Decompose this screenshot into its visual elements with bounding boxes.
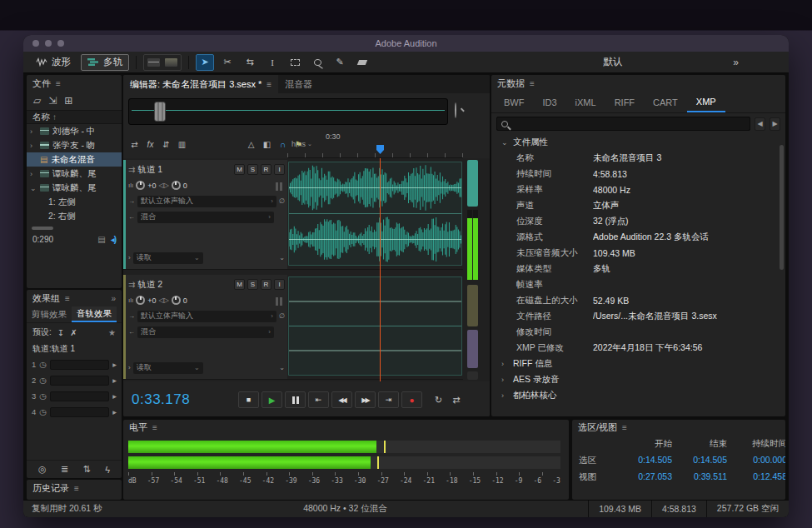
silent-left-channel[interactable]	[289, 277, 461, 326]
pan-knob[interactable]	[172, 181, 181, 190]
metadata-row[interactable]: 文件路径/Users/...未命名混音项目 3.sesx	[491, 308, 785, 324]
file-item[interactable]: › 谭咏麟、尾	[27, 167, 122, 181]
import-file-icon[interactable]: ⇲	[48, 95, 57, 107]
automation-expander-icon[interactable]: ›	[128, 364, 131, 371]
input-selector[interactable]: 默认立体声输入 ›	[137, 196, 276, 207]
solo-button[interactable]: S	[247, 279, 258, 290]
play-button[interactable]: ▶	[262, 391, 282, 408]
metadata-panel-header[interactable]: 元数据 ≡	[491, 75, 785, 92]
scroll-segment-track3[interactable]	[467, 330, 478, 368]
metadata-row[interactable]: 持续时间4:58.813	[491, 166, 785, 182]
fast-forward-button[interactable]: ▶▶	[355, 391, 376, 408]
next-result-button[interactable]: ▶	[770, 117, 780, 131]
waveform-display-icon[interactable]	[147, 58, 160, 67]
slot-well[interactable]	[50, 376, 110, 386]
section-riff[interactable]: › RIFF 信息	[491, 356, 785, 371]
rewind-button[interactable]: ◀◀	[331, 391, 352, 408]
expander-icon[interactable]: ›	[30, 142, 37, 150]
section-aes[interactable]: › AES 录放音	[491, 371, 785, 387]
arm-record-button[interactable]: R	[261, 164, 271, 175]
eraser-tool-button[interactable]	[353, 54, 371, 71]
metadata-row[interactable]: 未压缩音频大小109.43 MB	[491, 245, 785, 261]
tab-clip-effects[interactable]: 剪辑效果	[27, 306, 72, 322]
rack-process-icon[interactable]: ϟ	[105, 465, 110, 475]
panel-menu-icon[interactable]: ≡	[56, 79, 61, 88]
selection-end-value[interactable]: 0:14.505	[672, 455, 727, 466]
scroll-segment-track2[interactable]	[467, 285, 478, 326]
stop-button[interactable]: ■	[238, 391, 259, 408]
search-box[interactable]	[496, 117, 750, 131]
mute-button[interactable]: M	[234, 164, 245, 175]
tab-editor[interactable]: 编辑器: 未命名混音项目 3.sesx * ≡	[123, 75, 278, 93]
effects-panel-header[interactable]: 效果组 ≡ »	[27, 290, 122, 306]
loop-playback-icon[interactable]: ↻	[435, 395, 442, 406]
fx-toggle-icon[interactable]: fx	[142, 137, 158, 152]
metadata-scrollbar[interactable]	[779, 143, 785, 413]
effect-slot[interactable]: 4 ◷ ▸	[27, 404, 122, 420]
silent-right-channel[interactable]	[289, 326, 461, 375]
panel-menu-icon[interactable]: ≡	[622, 423, 627, 432]
volume-knob[interactable]	[136, 296, 145, 305]
files-panel-header[interactable]: 文件 ≡	[27, 75, 122, 92]
file-item[interactable]: › 张学友 - 吻	[27, 138, 122, 152]
open-folder-icon[interactable]: ▱	[33, 95, 41, 107]
slot-power-icon[interactable]: ◷	[39, 376, 46, 385]
slot-power-icon[interactable]: ◷	[39, 407, 46, 416]
metadata-row[interactable]: XMP 已修改2022年4月18日 下午6:34:56	[491, 340, 785, 356]
slot-arrow-icon[interactable]: ▸	[112, 376, 117, 385]
spectral-display-icon[interactable]	[165, 58, 177, 67]
panel-overflow-icon[interactable]: »	[111, 294, 116, 303]
new-item-icon[interactable]: ⊞	[64, 95, 72, 107]
brush-tool-button[interactable]: ✎	[331, 54, 349, 71]
panel-menu-icon[interactable]: ≡	[530, 79, 535, 88]
skip-to-start-button[interactable]: ⇤	[308, 391, 329, 408]
timeline-ruler[interactable]: hms ⌄ 0:30	[287, 130, 463, 158]
slot-power-icon[interactable]: ◷	[39, 391, 46, 401]
no-output-icon[interactable]: ∅	[279, 312, 285, 320]
workspace-more-button[interactable]: »	[733, 57, 739, 68]
panel-menu-icon[interactable]: ≡	[74, 484, 79, 493]
section-dublin-core[interactable]: › 都柏林核心	[491, 387, 785, 403]
metronome-icon[interactable]: △	[243, 137, 259, 152]
audio-clip[interactable]	[288, 162, 462, 266]
tab-id3[interactable]: ID3	[533, 92, 565, 112]
metadata-row[interactable]: 修改时间	[491, 324, 785, 340]
loop-region-icon[interactable]: ⇄	[127, 137, 142, 152]
panel-menu-icon[interactable]: ≡	[267, 80, 271, 89]
slot-well[interactable]	[50, 360, 110, 370]
file-channel-item[interactable]: 1: 左侧	[27, 195, 122, 209]
selection-view-header[interactable]: 选区/视图 ≡	[572, 420, 785, 435]
file-channel-item[interactable]: 2: 右侧	[27, 209, 122, 223]
metadata-doc-icon[interactable]: ▤	[97, 235, 105, 244]
track-name[interactable]: 轨道 1	[137, 164, 162, 176]
meter-grid-icon[interactable]: ▥	[174, 137, 190, 152]
display-toggle-group[interactable]	[143, 54, 182, 71]
monitor-button[interactable]: I	[274, 279, 285, 290]
chevron-down-icon[interactable]: ⌄	[279, 254, 285, 262]
time-display[interactable]: 0:33.178	[132, 391, 203, 408]
record-button[interactable]: ●	[401, 391, 422, 408]
skip-selection-icon[interactable]: ⇄	[452, 395, 460, 406]
waveform-right-channel[interactable]	[289, 214, 461, 265]
level-meter-area[interactable]: dB -57-54-51-48-45-42-39-36-33-30-27-24-…	[128, 441, 560, 485]
move-tool-button[interactable]: ➤	[196, 54, 214, 71]
panel-menu-icon[interactable]: ≡	[152, 423, 157, 432]
rack-reorder-icon[interactable]: ⇅	[83, 464, 91, 475]
track-name[interactable]: 轨道 2	[137, 279, 162, 291]
track-2-header[interactable]: ⇉ 轨道 2 M S R I ılı +0 ◁▷	[123, 275, 287, 380]
selection-start-value[interactable]: 0:14.505	[615, 455, 672, 466]
effect-slot[interactable]: 2 ◷ ▸	[27, 372, 122, 388]
metadata-row[interactable]: 在磁盘上的大小52.49 KB	[491, 292, 785, 308]
automation-mode-selector[interactable]: 读取 ⌄	[133, 252, 203, 264]
delete-preset-icon[interactable]: ✗	[70, 328, 77, 337]
audio-clip[interactable]	[288, 276, 462, 376]
slot-well[interactable]	[50, 391, 110, 401]
tab-cart[interactable]: CART	[644, 92, 687, 112]
solo-button[interactable]: S	[247, 164, 258, 175]
scroll-segment-track1[interactable]	[467, 160, 478, 207]
metadata-row[interactable]: 采样率48000 Hz	[491, 182, 785, 197]
files-horizontal-scrollbar[interactable]	[30, 225, 118, 232]
slot-arrow-icon[interactable]: ▸	[112, 407, 117, 416]
session-overview-bar[interactable]	[128, 98, 448, 125]
automation-expander-icon[interactable]: ›	[128, 254, 131, 262]
